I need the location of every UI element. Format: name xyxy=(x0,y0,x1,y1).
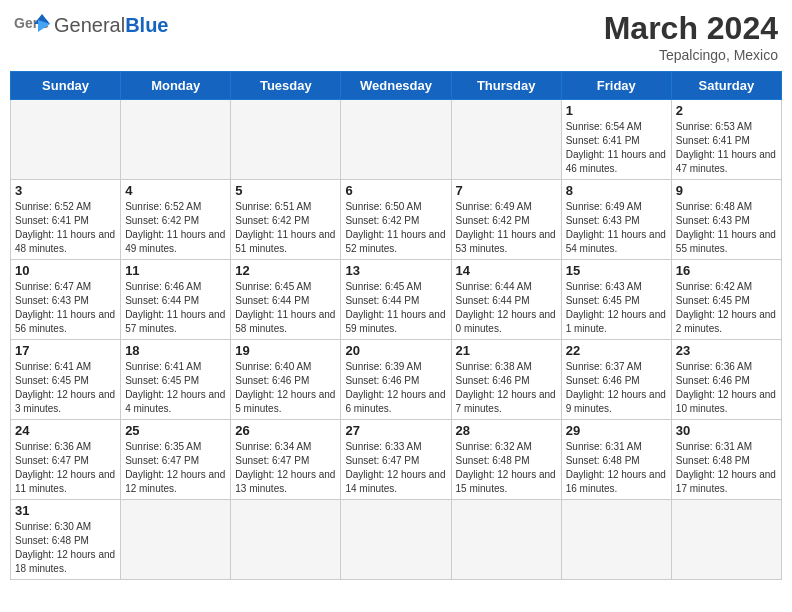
day-info: Sunrise: 6:48 AM Sunset: 6:43 PM Dayligh… xyxy=(676,200,777,256)
day-info: Sunrise: 6:44 AM Sunset: 6:44 PM Dayligh… xyxy=(456,280,557,336)
day-number: 10 xyxy=(15,263,116,278)
day-number: 25 xyxy=(125,423,226,438)
day-info: Sunrise: 6:45 AM Sunset: 6:44 PM Dayligh… xyxy=(235,280,336,336)
day-info: Sunrise: 6:35 AM Sunset: 6:47 PM Dayligh… xyxy=(125,440,226,496)
day-number: 16 xyxy=(676,263,777,278)
day-number: 24 xyxy=(15,423,116,438)
title-area: March 2024 Tepalcingo, Mexico xyxy=(604,10,778,63)
calendar-cell xyxy=(231,500,341,580)
calendar-cell: 15Sunrise: 6:43 AM Sunset: 6:45 PM Dayli… xyxy=(561,260,671,340)
day-number: 1 xyxy=(566,103,667,118)
day-number: 27 xyxy=(345,423,446,438)
day-number: 13 xyxy=(345,263,446,278)
day-number: 22 xyxy=(566,343,667,358)
day-info: Sunrise: 6:36 AM Sunset: 6:47 PM Dayligh… xyxy=(15,440,116,496)
day-info: Sunrise: 6:43 AM Sunset: 6:45 PM Dayligh… xyxy=(566,280,667,336)
day-info: Sunrise: 6:31 AM Sunset: 6:48 PM Dayligh… xyxy=(566,440,667,496)
day-number: 6 xyxy=(345,183,446,198)
month-year: March 2024 xyxy=(604,10,778,47)
day-info: Sunrise: 6:40 AM Sunset: 6:46 PM Dayligh… xyxy=(235,360,336,416)
calendar-cell xyxy=(121,100,231,180)
calendar-cell: 16Sunrise: 6:42 AM Sunset: 6:45 PM Dayli… xyxy=(671,260,781,340)
calendar-cell: 7Sunrise: 6:49 AM Sunset: 6:42 PM Daylig… xyxy=(451,180,561,260)
calendar-cell: 12Sunrise: 6:45 AM Sunset: 6:44 PM Dayli… xyxy=(231,260,341,340)
day-number: 19 xyxy=(235,343,336,358)
day-info: Sunrise: 6:50 AM Sunset: 6:42 PM Dayligh… xyxy=(345,200,446,256)
weekday-header-thursday: Thursday xyxy=(451,72,561,100)
day-number: 20 xyxy=(345,343,446,358)
calendar-cell xyxy=(11,100,121,180)
day-number: 28 xyxy=(456,423,557,438)
day-number: 4 xyxy=(125,183,226,198)
calendar-cell xyxy=(121,500,231,580)
calendar-cell: 11Sunrise: 6:46 AM Sunset: 6:44 PM Dayli… xyxy=(121,260,231,340)
day-number: 26 xyxy=(235,423,336,438)
day-info: Sunrise: 6:42 AM Sunset: 6:45 PM Dayligh… xyxy=(676,280,777,336)
day-number: 7 xyxy=(456,183,557,198)
calendar-cell: 18Sunrise: 6:41 AM Sunset: 6:45 PM Dayli… xyxy=(121,340,231,420)
day-number: 15 xyxy=(566,263,667,278)
calendar-cell: 2Sunrise: 6:53 AM Sunset: 6:41 PM Daylig… xyxy=(671,100,781,180)
calendar-cell: 5Sunrise: 6:51 AM Sunset: 6:42 PM Daylig… xyxy=(231,180,341,260)
day-number: 18 xyxy=(125,343,226,358)
day-info: Sunrise: 6:33 AM Sunset: 6:47 PM Dayligh… xyxy=(345,440,446,496)
day-number: 11 xyxy=(125,263,226,278)
day-number: 29 xyxy=(566,423,667,438)
weekday-header-sunday: Sunday xyxy=(11,72,121,100)
day-number: 17 xyxy=(15,343,116,358)
calendar-table: SundayMondayTuesdayWednesdayThursdayFrid… xyxy=(10,71,782,580)
calendar-cell: 20Sunrise: 6:39 AM Sunset: 6:46 PM Dayli… xyxy=(341,340,451,420)
day-number: 30 xyxy=(676,423,777,438)
calendar-cell: 6Sunrise: 6:50 AM Sunset: 6:42 PM Daylig… xyxy=(341,180,451,260)
day-number: 5 xyxy=(235,183,336,198)
week-row-5: 24Sunrise: 6:36 AM Sunset: 6:47 PM Dayli… xyxy=(11,420,782,500)
day-info: Sunrise: 6:52 AM Sunset: 6:41 PM Dayligh… xyxy=(15,200,116,256)
week-row-3: 10Sunrise: 6:47 AM Sunset: 6:43 PM Dayli… xyxy=(11,260,782,340)
week-row-6: 31Sunrise: 6:30 AM Sunset: 6:48 PM Dayli… xyxy=(11,500,782,580)
weekday-header-saturday: Saturday xyxy=(671,72,781,100)
calendar-cell: 4Sunrise: 6:52 AM Sunset: 6:42 PM Daylig… xyxy=(121,180,231,260)
day-info: Sunrise: 6:34 AM Sunset: 6:47 PM Dayligh… xyxy=(235,440,336,496)
weekday-header-friday: Friday xyxy=(561,72,671,100)
week-row-2: 3Sunrise: 6:52 AM Sunset: 6:41 PM Daylig… xyxy=(11,180,782,260)
day-info: Sunrise: 6:31 AM Sunset: 6:48 PM Dayligh… xyxy=(676,440,777,496)
calendar-cell xyxy=(671,500,781,580)
calendar-cell xyxy=(231,100,341,180)
day-info: Sunrise: 6:32 AM Sunset: 6:48 PM Dayligh… xyxy=(456,440,557,496)
day-info: Sunrise: 6:54 AM Sunset: 6:41 PM Dayligh… xyxy=(566,120,667,176)
day-info: Sunrise: 6:41 AM Sunset: 6:45 PM Dayligh… xyxy=(125,360,226,416)
calendar-cell: 28Sunrise: 6:32 AM Sunset: 6:48 PM Dayli… xyxy=(451,420,561,500)
calendar-cell: 23Sunrise: 6:36 AM Sunset: 6:46 PM Dayli… xyxy=(671,340,781,420)
day-number: 31 xyxy=(15,503,116,518)
day-number: 8 xyxy=(566,183,667,198)
calendar-cell: 19Sunrise: 6:40 AM Sunset: 6:46 PM Dayli… xyxy=(231,340,341,420)
calendar-cell: 10Sunrise: 6:47 AM Sunset: 6:43 PM Dayli… xyxy=(11,260,121,340)
day-info: Sunrise: 6:51 AM Sunset: 6:42 PM Dayligh… xyxy=(235,200,336,256)
day-info: Sunrise: 6:47 AM Sunset: 6:43 PM Dayligh… xyxy=(15,280,116,336)
calendar-cell: 9Sunrise: 6:48 AM Sunset: 6:43 PM Daylig… xyxy=(671,180,781,260)
week-row-1: 1Sunrise: 6:54 AM Sunset: 6:41 PM Daylig… xyxy=(11,100,782,180)
calendar-cell xyxy=(451,100,561,180)
day-info: Sunrise: 6:36 AM Sunset: 6:46 PM Dayligh… xyxy=(676,360,777,416)
day-info: Sunrise: 6:38 AM Sunset: 6:46 PM Dayligh… xyxy=(456,360,557,416)
day-number: 14 xyxy=(456,263,557,278)
calendar-cell: 14Sunrise: 6:44 AM Sunset: 6:44 PM Dayli… xyxy=(451,260,561,340)
weekday-header-row: SundayMondayTuesdayWednesdayThursdayFrid… xyxy=(11,72,782,100)
calendar-cell: 21Sunrise: 6:38 AM Sunset: 6:46 PM Dayli… xyxy=(451,340,561,420)
weekday-header-tuesday: Tuesday xyxy=(231,72,341,100)
day-info: Sunrise: 6:52 AM Sunset: 6:42 PM Dayligh… xyxy=(125,200,226,256)
day-number: 9 xyxy=(676,183,777,198)
day-info: Sunrise: 6:39 AM Sunset: 6:46 PM Dayligh… xyxy=(345,360,446,416)
day-info: Sunrise: 6:30 AM Sunset: 6:48 PM Dayligh… xyxy=(15,520,116,576)
weekday-header-wednesday: Wednesday xyxy=(341,72,451,100)
calendar-cell: 3Sunrise: 6:52 AM Sunset: 6:41 PM Daylig… xyxy=(11,180,121,260)
generalblue-logo-icon: General xyxy=(14,10,50,40)
calendar-cell: 29Sunrise: 6:31 AM Sunset: 6:48 PM Dayli… xyxy=(561,420,671,500)
calendar-cell: 1Sunrise: 6:54 AM Sunset: 6:41 PM Daylig… xyxy=(561,100,671,180)
calendar-cell: 27Sunrise: 6:33 AM Sunset: 6:47 PM Dayli… xyxy=(341,420,451,500)
calendar-cell: 31Sunrise: 6:30 AM Sunset: 6:48 PM Dayli… xyxy=(11,500,121,580)
day-info: Sunrise: 6:53 AM Sunset: 6:41 PM Dayligh… xyxy=(676,120,777,176)
calendar-cell: 13Sunrise: 6:45 AM Sunset: 6:44 PM Dayli… xyxy=(341,260,451,340)
calendar-cell: 25Sunrise: 6:35 AM Sunset: 6:47 PM Dayli… xyxy=(121,420,231,500)
day-info: Sunrise: 6:45 AM Sunset: 6:44 PM Dayligh… xyxy=(345,280,446,336)
